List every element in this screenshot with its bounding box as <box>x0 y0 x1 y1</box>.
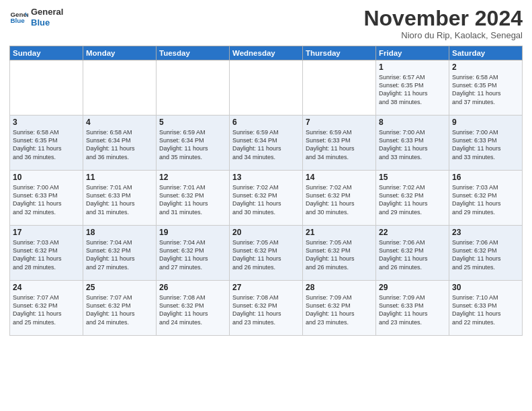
svg-text:Blue: Blue <box>10 17 25 24</box>
day-number: 5 <box>159 118 226 127</box>
day-number: 12 <box>159 173 226 182</box>
day-number: 17 <box>13 228 80 237</box>
day-info: Sunrise: 6:59 AMSunset: 6:34 PMDaylight:… <box>232 128 300 161</box>
day-cell: 21Sunrise: 7:05 AMSunset: 6:32 PMDayligh… <box>303 226 376 281</box>
day-cell: 1Sunrise: 6:57 AMSunset: 6:35 PMDaylight… <box>376 60 449 116</box>
day-cell: 26Sunrise: 7:08 AMSunset: 6:32 PMDayligh… <box>157 281 230 336</box>
month-title: November 2024 <box>363 7 523 30</box>
day-number: 2 <box>452 62 519 72</box>
calendar-table: SundayMondayTuesdayWednesdayThursdayFrid… <box>9 46 523 336</box>
day-number: 26 <box>159 283 226 292</box>
header-thursday: Thursday <box>303 46 376 60</box>
day-info: Sunrise: 6:57 AMSunset: 6:35 PMDaylight:… <box>379 73 446 106</box>
day-info: Sunrise: 7:04 AMSunset: 6:32 PMDaylight:… <box>86 238 153 271</box>
day-cell: 13Sunrise: 7:02 AMSunset: 6:32 PMDayligh… <box>230 171 303 226</box>
day-info: Sunrise: 7:03 AMSunset: 6:32 PMDaylight:… <box>452 183 519 216</box>
day-number: 22 <box>379 228 446 237</box>
day-cell: 9Sunrise: 7:00 AMSunset: 6:33 PMDaylight… <box>449 116 523 171</box>
day-info: Sunrise: 7:07 AMSunset: 6:32 PMDaylight:… <box>86 293 153 326</box>
day-info: Sunrise: 7:03 AMSunset: 6:32 PMDaylight:… <box>13 238 80 271</box>
day-info: Sunrise: 7:00 AMSunset: 6:33 PMDaylight:… <box>379 128 446 161</box>
week-row-5: 24Sunrise: 7:07 AMSunset: 6:32 PMDayligh… <box>10 281 523 336</box>
header: General Blue General Blue November 2024 … <box>9 7 523 40</box>
day-cell: 30Sunrise: 7:10 AMSunset: 6:33 PMDayligh… <box>449 281 523 336</box>
day-info: Sunrise: 7:02 AMSunset: 6:32 PMDaylight:… <box>379 183 446 216</box>
day-info: Sunrise: 7:08 AMSunset: 6:32 PMDaylight:… <box>159 293 226 326</box>
day-cell: 22Sunrise: 7:06 AMSunset: 6:32 PMDayligh… <box>376 226 449 281</box>
header-row: SundayMondayTuesdayWednesdayThursdayFrid… <box>10 46 523 60</box>
day-number: 14 <box>306 173 373 182</box>
day-cell <box>230 60 303 116</box>
day-number: 25 <box>86 283 153 292</box>
day-cell: 27Sunrise: 7:08 AMSunset: 6:32 PMDayligh… <box>230 281 303 336</box>
day-info: Sunrise: 7:05 AMSunset: 6:32 PMDaylight:… <box>232 238 300 271</box>
title-block: November 2024 Nioro du Rip, Kaolack, Sen… <box>363 7 523 40</box>
day-cell: 18Sunrise: 7:04 AMSunset: 6:32 PMDayligh… <box>83 226 157 281</box>
day-info: Sunrise: 6:59 AMSunset: 6:34 PMDaylight:… <box>159 128 226 161</box>
day-info: Sunrise: 7:00 AMSunset: 6:33 PMDaylight:… <box>13 183 80 216</box>
day-cell: 4Sunrise: 6:58 AMSunset: 6:34 PMDaylight… <box>83 116 157 171</box>
page: General Blue General Blue November 2024 … <box>0 0 532 411</box>
header-saturday: Saturday <box>449 46 523 60</box>
logo: General Blue General Blue <box>9 7 63 28</box>
day-number: 4 <box>86 118 153 127</box>
day-info: Sunrise: 7:05 AMSunset: 6:32 PMDaylight:… <box>306 238 373 271</box>
day-number: 23 <box>452 228 519 237</box>
day-number: 24 <box>13 283 80 292</box>
day-number: 19 <box>159 228 226 237</box>
day-info: Sunrise: 6:58 AMSunset: 6:35 PMDaylight:… <box>13 128 80 161</box>
day-cell: 5Sunrise: 6:59 AMSunset: 6:34 PMDaylight… <box>157 116 230 171</box>
day-info: Sunrise: 7:01 AMSunset: 6:33 PMDaylight:… <box>86 183 153 216</box>
day-info: Sunrise: 6:58 AMSunset: 6:35 PMDaylight:… <box>452 73 519 106</box>
week-row-1: 1Sunrise: 6:57 AMSunset: 6:35 PMDaylight… <box>10 60 523 116</box>
header-sunday: Sunday <box>10 46 83 60</box>
day-number: 16 <box>452 173 519 182</box>
day-cell: 8Sunrise: 7:00 AMSunset: 6:33 PMDaylight… <box>376 116 449 171</box>
header-friday: Friday <box>376 46 449 60</box>
day-cell <box>157 60 230 116</box>
day-info: Sunrise: 7:02 AMSunset: 6:32 PMDaylight:… <box>232 183 300 216</box>
day-number: 27 <box>232 283 300 292</box>
day-number: 13 <box>232 173 300 182</box>
day-cell: 11Sunrise: 7:01 AMSunset: 6:33 PMDayligh… <box>83 171 157 226</box>
day-number: 11 <box>86 173 153 182</box>
day-number: 29 <box>379 283 446 292</box>
day-number: 20 <box>232 228 300 237</box>
day-info: Sunrise: 7:02 AMSunset: 6:32 PMDaylight:… <box>306 183 373 216</box>
day-info: Sunrise: 7:09 AMSunset: 6:33 PMDaylight:… <box>379 293 446 326</box>
day-number: 3 <box>13 118 80 127</box>
day-number: 30 <box>452 283 519 292</box>
day-cell: 10Sunrise: 7:00 AMSunset: 6:33 PMDayligh… <box>10 171 83 226</box>
day-number: 21 <box>306 228 373 237</box>
day-cell: 17Sunrise: 7:03 AMSunset: 6:32 PMDayligh… <box>10 226 83 281</box>
day-cell: 6Sunrise: 6:59 AMSunset: 6:34 PMDaylight… <box>230 116 303 171</box>
day-cell: 12Sunrise: 7:01 AMSunset: 6:32 PMDayligh… <box>157 171 230 226</box>
day-cell: 7Sunrise: 6:59 AMSunset: 6:33 PMDaylight… <box>303 116 376 171</box>
day-info: Sunrise: 7:00 AMSunset: 6:33 PMDaylight:… <box>452 128 519 161</box>
day-cell: 29Sunrise: 7:09 AMSunset: 6:33 PMDayligh… <box>376 281 449 336</box>
day-cell: 25Sunrise: 7:07 AMSunset: 6:32 PMDayligh… <box>83 281 157 336</box>
day-cell: 15Sunrise: 7:02 AMSunset: 6:32 PMDayligh… <box>376 171 449 226</box>
day-info: Sunrise: 7:06 AMSunset: 6:32 PMDaylight:… <box>379 238 446 271</box>
day-cell: 28Sunrise: 7:09 AMSunset: 6:32 PMDayligh… <box>303 281 376 336</box>
day-cell: 14Sunrise: 7:02 AMSunset: 6:32 PMDayligh… <box>303 171 376 226</box>
day-info: Sunrise: 7:07 AMSunset: 6:32 PMDaylight:… <box>13 293 80 326</box>
day-number: 1 <box>379 62 446 72</box>
day-number: 28 <box>306 283 373 292</box>
day-cell: 3Sunrise: 6:58 AMSunset: 6:35 PMDaylight… <box>10 116 83 171</box>
day-info: Sunrise: 7:10 AMSunset: 6:33 PMDaylight:… <box>452 293 519 326</box>
day-info: Sunrise: 6:59 AMSunset: 6:33 PMDaylight:… <box>306 128 373 161</box>
day-number: 15 <box>379 173 446 182</box>
day-number: 18 <box>86 228 153 237</box>
week-row-4: 17Sunrise: 7:03 AMSunset: 6:32 PMDayligh… <box>10 226 523 281</box>
day-cell: 23Sunrise: 7:06 AMSunset: 6:32 PMDayligh… <box>449 226 523 281</box>
day-cell: 2Sunrise: 6:58 AMSunset: 6:35 PMDaylight… <box>449 60 523 116</box>
day-info: Sunrise: 7:01 AMSunset: 6:32 PMDaylight:… <box>159 183 226 216</box>
day-cell: 24Sunrise: 7:07 AMSunset: 6:32 PMDayligh… <box>10 281 83 336</box>
week-row-2: 3Sunrise: 6:58 AMSunset: 6:35 PMDaylight… <box>10 116 523 171</box>
day-cell <box>303 60 376 116</box>
location-subtitle: Nioro du Rip, Kaolack, Senegal <box>363 30 523 40</box>
day-cell: 19Sunrise: 7:04 AMSunset: 6:32 PMDayligh… <box>157 226 230 281</box>
day-number: 7 <box>306 118 373 127</box>
header-wednesday: Wednesday <box>230 46 303 60</box>
